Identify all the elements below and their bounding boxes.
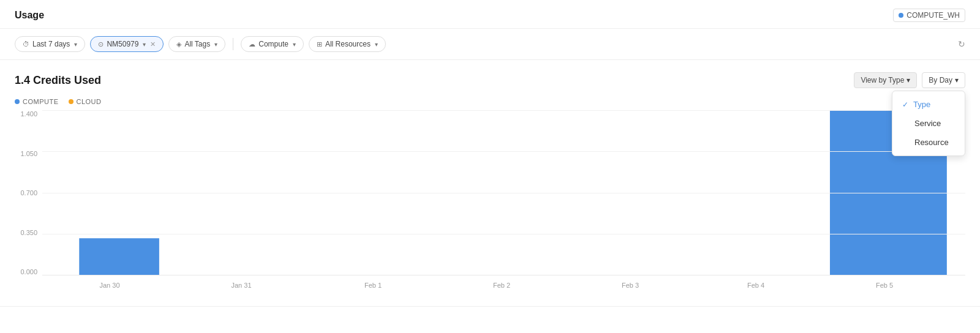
legend-compute: COMPUTE <box>15 98 59 105</box>
bottom-border <box>0 306 980 307</box>
dropdown-type-label: Type <box>913 100 930 109</box>
gridline-2 <box>42 151 965 152</box>
view-type-dropdown: ✓ Type Service Resource <box>892 91 965 156</box>
chart-legend: COMPUTE CLOUD <box>15 98 965 105</box>
chevron-down-icon-4: ▾ <box>293 41 296 48</box>
dropdown-service-label: Service <box>914 119 941 128</box>
chevron-down-icon-3: ▾ <box>214 41 217 48</box>
account-icon: ⊙ <box>98 40 104 48</box>
view-by-type-label: View by Type <box>861 76 904 84</box>
chart-gridlines <box>42 110 965 275</box>
compute-filter[interactable]: ☁ Compute ▾ <box>241 36 304 52</box>
clear-account-icon[interactable]: ✕ <box>150 40 156 48</box>
account-filter[interactable]: ⊙ NM50979 ▾ ✕ <box>90 36 164 52</box>
chart-controls: View by Type ▾ By Day ▾ ✓ Type Service <box>854 72 965 88</box>
header: Usage COMPUTE_WH <box>0 0 980 29</box>
x-label-feb2: Feb 2 <box>493 282 510 289</box>
time-range-label: Last 7 days <box>32 40 70 48</box>
view-by-type-button[interactable]: View by Type ▾ <box>854 72 917 88</box>
gridline-4 <box>42 234 965 234</box>
x-axis-svg: Jan 30 Jan 31 Feb 1 Feb 2 Feb 3 Feb 4 Fe… <box>42 275 965 294</box>
resources-filter[interactable]: ⊞ All Resources ▾ <box>309 36 386 52</box>
resources-icon: ⊞ <box>317 40 322 48</box>
cloud-legend-label: CLOUD <box>77 98 102 105</box>
chart-area: 1.4 Credits Used View by Type ▾ By Day ▾… <box>0 60 980 294</box>
tags-filter[interactable]: ◈ All Tags ▾ <box>168 36 225 52</box>
gridline-1 <box>42 110 965 111</box>
dropdown-resource-label: Resource <box>914 138 949 147</box>
chart-title: 1.4 Credits Used <box>15 74 101 87</box>
gridline-3 <box>42 193 965 193</box>
compute-legend-label: COMPUTE <box>23 98 59 105</box>
y-label-700: 0.700 <box>20 189 37 196</box>
tags-label: All Tags <box>184 40 210 48</box>
dropdown-item-resource[interactable]: Resource <box>892 133 965 152</box>
x-label-feb5: Feb 5 <box>876 282 893 289</box>
compute-label: Compute <box>258 40 288 48</box>
y-axis: 1.400 1.050 0.700 0.350 0.000 <box>15 110 42 275</box>
chart-wrapper: 1.400 1.050 0.700 0.350 0.000 <box>15 110 965 294</box>
y-label-350: 0.350 <box>20 229 37 236</box>
x-axis: Jan 30 Jan 31 Feb 1 Feb 2 Feb 3 Feb 4 Fe… <box>42 275 965 294</box>
account-label: NM50979 <box>107 40 138 48</box>
compute-wh-badge: COMPUTE_WH <box>893 9 965 22</box>
time-range-filter[interactable]: ⏱ Last 7 days ▾ <box>15 36 85 52</box>
tag-icon: ◈ <box>176 40 181 48</box>
clock-icon: ⏱ <box>23 40 29 48</box>
chevron-down-icon: ▾ <box>74 41 77 48</box>
by-day-label: By Day <box>929 76 952 84</box>
x-label-feb3: Feb 3 <box>622 282 639 289</box>
chevron-down-icon-2: ▾ <box>143 41 146 48</box>
dropdown-item-type[interactable]: ✓ Type <box>892 95 965 114</box>
x-label-feb1: Feb 1 <box>364 282 382 289</box>
chevron-down-icon-6: ▾ <box>907 76 910 84</box>
y-label-000: 0.000 <box>20 268 37 275</box>
y-label-1400: 1.400 <box>20 110 37 118</box>
legend-cloud: CLOUD <box>69 98 102 105</box>
x-label-jan31: Jan 31 <box>231 282 251 289</box>
by-day-button[interactable]: By Day ▾ <box>922 72 965 88</box>
refresh-button[interactable]: ↻ <box>958 39 965 49</box>
cloud-dot <box>69 99 74 104</box>
resources-label: All Resources <box>325 40 371 48</box>
chart-header: 1.4 Credits Used View by Type ▾ By Day ▾… <box>15 72 965 88</box>
compute-dot <box>15 99 20 104</box>
chevron-down-icon-5: ▾ <box>375 41 378 48</box>
y-label-1050: 1.050 <box>20 150 37 157</box>
badge-dot <box>899 13 903 18</box>
check-icon: ✓ <box>902 100 908 109</box>
badge-label: COMPUTE_WH <box>907 11 960 20</box>
filters-bar: ⏱ Last 7 days ▾ ⊙ NM50979 ▾ ✕ ◈ All Tags… <box>0 29 980 60</box>
x-label-feb4: Feb 4 <box>747 282 764 289</box>
chart-plot <box>42 110 965 275</box>
page-title: Usage <box>15 10 44 21</box>
dropdown-item-service[interactable]: Service <box>892 114 965 133</box>
chevron-down-icon-7: ▾ <box>955 76 959 84</box>
compute-icon: ☁ <box>249 40 255 48</box>
filter-divider <box>233 38 233 50</box>
x-label-jan30: Jan 30 <box>99 282 119 289</box>
page: Usage COMPUTE_WH ⏱ Last 7 days ▾ ⊙ NM509… <box>0 0 980 333</box>
